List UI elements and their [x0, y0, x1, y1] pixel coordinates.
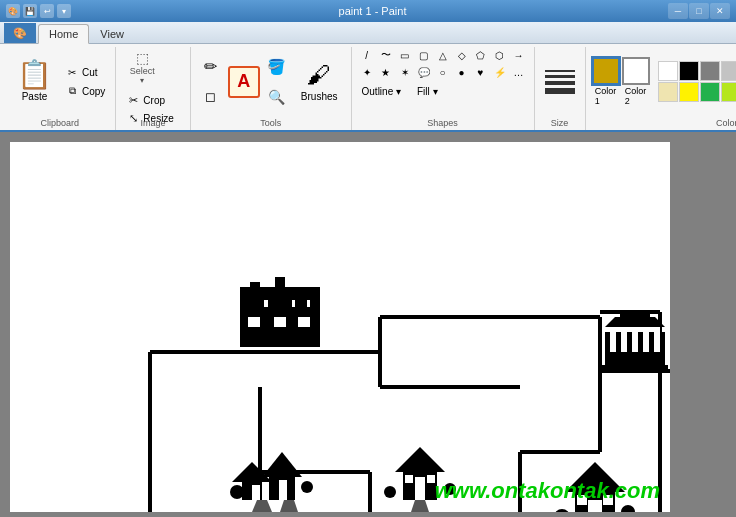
svg-rect-23 [620, 312, 650, 318]
color1-label: Color1 [595, 86, 617, 106]
color1-container: Color1 [592, 57, 620, 106]
factory-icon [240, 277, 320, 347]
shapes-label: Shapes [352, 118, 534, 128]
color-green[interactable] [700, 82, 720, 102]
text-button[interactable]: A [228, 66, 260, 98]
magnifier-button[interactable]: 🔍 [263, 83, 291, 111]
color2-box[interactable] [622, 57, 650, 85]
brushes-icon: 🖌 [307, 61, 331, 89]
copy-button[interactable]: ⧉ Copy [61, 82, 109, 100]
image-label: Image [116, 118, 189, 128]
svg-point-50 [554, 509, 570, 512]
tab-home[interactable]: Home [38, 24, 89, 44]
svg-rect-21 [654, 327, 660, 352]
tools-group: ✏ ◻ A 🪣 🔍 🖌 Brushes [191, 47, 352, 130]
shapes-group: / 〜 ▭ ▢ △ ◇ ⬠ ⬡ → ✦ ★ ✶ 💬 ○ ● ♥ ⚡ … [352, 47, 535, 130]
maximize-button[interactable]: □ [689, 3, 709, 19]
fill-tool-button[interactable]: 🪣 [263, 53, 291, 81]
shape-circle[interactable]: ● [453, 64, 471, 80]
color1-box[interactable] [592, 57, 620, 85]
quick-access-menu[interactable]: ▾ [57, 4, 71, 18]
title-bar-icons: 🎨 💾 ↩ ▾ [6, 4, 71, 18]
shape-more[interactable]: … [510, 64, 528, 80]
crop-button[interactable]: ✂ Crop [122, 92, 183, 109]
eraser-button[interactable]: ◻ [197, 83, 225, 111]
shape-lightning[interactable]: ⚡ [491, 64, 509, 80]
shape-oval[interactable]: ○ [434, 64, 452, 80]
paste-icon: 📋 [17, 61, 52, 89]
svg-point-34 [230, 485, 244, 499]
shape-wave[interactable]: 〜 [377, 47, 395, 63]
svg-rect-25 [599, 369, 670, 373]
fill-button[interactable]: Fill ▾ [413, 84, 442, 99]
select-label: Select [130, 66, 155, 76]
svg-rect-11 [296, 300, 306, 308]
minimize-button[interactable]: ─ [668, 3, 688, 19]
size-line-3 [545, 81, 575, 85]
quick-access-undo[interactable]: ↩ [40, 4, 54, 18]
color-light-gray[interactable] [721, 61, 736, 81]
tools-column-3: 🪣 🔍 [263, 53, 291, 111]
color-white[interactable] [658, 61, 678, 81]
svg-rect-17 [610, 327, 616, 352]
brushes-button[interactable]: 🖌 Brushes [294, 56, 345, 107]
color-bright-yellow[interactable] [679, 82, 699, 102]
pencil-button[interactable]: ✏ [197, 53, 225, 81]
color-lime[interactable] [721, 82, 736, 102]
tab-view[interactable]: View [89, 24, 135, 43]
svg-rect-20 [643, 327, 649, 352]
color-black[interactable] [679, 61, 699, 81]
shape-rounded-rect[interactable]: ▢ [415, 47, 433, 63]
houses-left-icon [230, 452, 313, 512]
ribbon-tabs: 🎨 Home View [0, 22, 736, 44]
shape-options: Outline ▾ Fill ▾ [358, 84, 442, 99]
color-gray[interactable] [700, 61, 720, 81]
svg-rect-6 [298, 317, 310, 327]
shape-6star[interactable]: ✶ [396, 64, 414, 80]
outline-label: Outline ▾ [362, 86, 401, 97]
color-cream[interactable] [658, 82, 678, 102]
svg-marker-36 [395, 447, 445, 472]
crop-icon: ✂ [126, 94, 140, 107]
svg-rect-18 [621, 327, 627, 352]
svg-rect-7 [240, 300, 250, 308]
select-button[interactable]: ⬚ Select ▾ [122, 47, 162, 87]
shape-pentagon[interactable]: ⬠ [472, 47, 490, 63]
size-label: Size [535, 118, 585, 128]
fill-label: Fill ▾ [417, 86, 438, 97]
brushes-label: Brushes [301, 91, 338, 102]
outline-button[interactable]: Outline ▾ [358, 84, 405, 99]
shape-diagonal-line[interactable]: / [358, 47, 376, 63]
shape-triangle[interactable]: △ [434, 47, 452, 63]
color-selectors: Color1 Color2 [592, 57, 650, 106]
shape-rect[interactable]: ▭ [396, 47, 414, 63]
palette-row-2 [658, 82, 736, 102]
palette-container [658, 61, 736, 102]
clipboard-small-buttons: ✂ Cut ⧉ Copy [61, 63, 109, 100]
drawing-svg [10, 142, 670, 512]
close-button[interactable]: ✕ [710, 3, 730, 19]
shape-arrow-right[interactable]: → [510, 47, 528, 63]
shape-hexagon[interactable]: ⬡ [491, 47, 509, 63]
image-group: ⬚ Select ▾ ✂ Crop ⤡ Resize ↻ Rotate ▾ [116, 47, 190, 130]
shape-4star[interactable]: ✦ [358, 64, 376, 80]
paint-canvas[interactable]: www.ontakontak.com [10, 142, 670, 512]
quick-access-save[interactable]: 💾 [23, 4, 37, 18]
cut-icon: ✂ [65, 65, 79, 79]
title-bar: 🎨 💾 ↩ ▾ paint 1 - Paint ─ □ ✕ [0, 0, 736, 22]
svg-point-42 [384, 486, 396, 498]
size-line-1 [545, 70, 575, 72]
paint-menu-button[interactable]: 🎨 [4, 23, 36, 43]
svg-point-51 [621, 505, 635, 512]
shapes-grid: / 〜 ▭ ▢ △ ◇ ⬠ ⬡ → ✦ ★ ✶ 💬 ○ ● ♥ ⚡ … [358, 47, 528, 80]
shape-diamond[interactable]: ◇ [453, 47, 471, 63]
shape-heart[interactable]: ♥ [472, 64, 490, 80]
watermark: www.ontakontak.com [435, 478, 660, 504]
paste-button[interactable]: 📋 Paste [10, 56, 59, 107]
shape-callout[interactable]: 💬 [415, 64, 433, 80]
svg-marker-41 [411, 500, 429, 512]
size-lines-icon[interactable] [541, 66, 579, 98]
cut-button[interactable]: ✂ Cut [61, 63, 109, 81]
svg-rect-38 [415, 477, 425, 500]
shape-5star[interactable]: ★ [377, 64, 395, 80]
